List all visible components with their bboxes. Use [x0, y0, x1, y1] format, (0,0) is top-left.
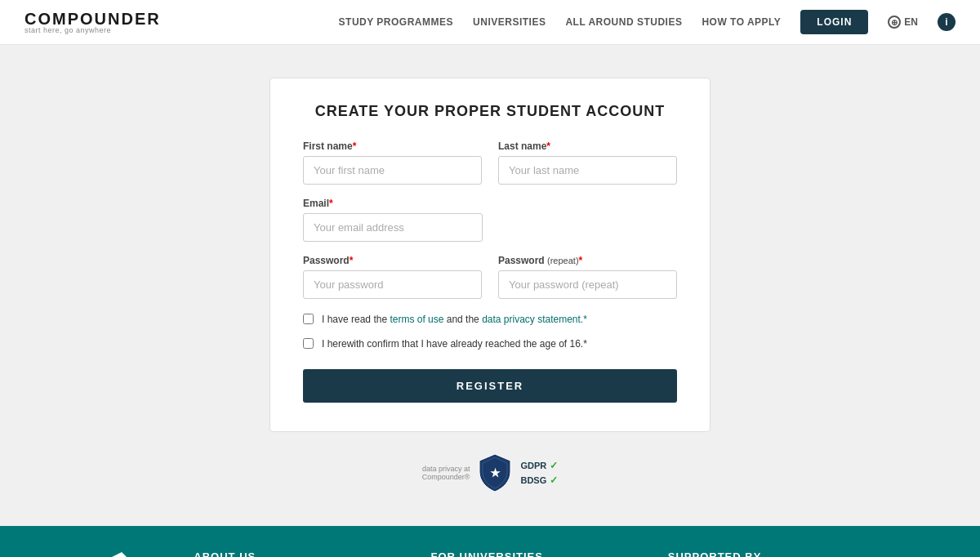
gdpr-label: GDPR ✓ — [520, 460, 558, 471]
bdsg-label: BDSG ✓ — [520, 475, 558, 486]
registration-card: CREATE YOUR PROPER STUDENT ACCOUNT First… — [270, 78, 710, 432]
footer-universities-title: FOR UNIVERSITIES — [431, 550, 635, 557]
gdpr-shield-icon: ★ — [478, 452, 512, 493]
footer-supported: SUPPORTED BY eXIST Existenzgründungenaus… — [668, 550, 872, 557]
main-nav: STUDY PROGRAMMES UNIVERSITIES ALL AROUND… — [339, 10, 956, 34]
register-button[interactable]: REGISTER — [303, 369, 677, 403]
gdpr-labels: GDPR ✓ BDSG ✓ — [520, 460, 558, 486]
email-group: Email* — [303, 198, 677, 242]
footer-universities: FOR UNIVERSITIES Information Contact FAQ — [431, 550, 635, 557]
form-title: CREATE YOUR PROPER STUDENT ACCOUNT — [303, 103, 677, 120]
age-label: I herewith confirm that I have already r… — [322, 336, 587, 351]
info-icon[interactable]: i — [938, 13, 956, 31]
password-repeat-input[interactable] — [498, 270, 677, 299]
bdsg-check-icon: ✓ — [550, 475, 558, 486]
globe-icon: ⊕ — [888, 16, 901, 29]
terms-label: I have read the terms of use and the dat… — [322, 312, 587, 327]
terms-of-use-link[interactable]: terms of use — [390, 314, 443, 325]
gdpr-check-icon: ✓ — [550, 460, 558, 471]
logo-main-text: COMPOUNDER — [24, 11, 161, 27]
terms-checkbox[interactable] — [303, 314, 314, 324]
password-row: Password* Password (repeat)* — [303, 255, 677, 299]
footer-about-title: ABOUT US — [194, 550, 398, 557]
password-repeat-label: Password (repeat)* — [498, 255, 677, 266]
age-checkbox[interactable] — [303, 338, 314, 349]
footer-about: ABOUT US About Compounder® FAQ Contact P… — [194, 550, 398, 557]
password-group: Password* — [303, 255, 482, 299]
first-name-group: First name* — [303, 140, 482, 185]
last-name-input[interactable] — [498, 156, 677, 185]
email-input[interactable] — [303, 213, 483, 242]
last-name-group: Last name* — [498, 140, 677, 185]
main-content: CREATE YOUR PROPER STUDENT ACCOUNT First… — [0, 45, 980, 526]
privacy-statement-link[interactable]: data privacy statement.* — [482, 314, 587, 325]
login-button[interactable]: LOGIN — [800, 10, 868, 34]
svg-text:★: ★ — [490, 466, 501, 479]
gdpr-text: data privacy at Compounder® — [422, 465, 470, 481]
terms-checkbox-row: I have read the terms of use and the dat… — [303, 312, 677, 327]
password-input[interactable] — [303, 270, 482, 299]
name-row: First name* Last name* — [303, 140, 677, 185]
first-name-input[interactable] — [303, 156, 482, 185]
footer-supported-title: SUPPORTED BY — [668, 550, 872, 557]
first-name-label: First name* — [303, 140, 482, 152]
header: COMPOUNDER start here, go anywhere STUDY… — [0, 0, 980, 45]
email-label: Email* — [303, 198, 677, 209]
footer-logo: C COMPOUNDER start here, go anywhere — [49, 550, 161, 557]
age-checkbox-row: I herewith confirm that I have already r… — [303, 336, 677, 351]
logo[interactable]: COMPOUNDER start here, go anywhere — [24, 11, 161, 34]
password-repeat-group: Password (repeat)* — [498, 255, 677, 299]
svg-text:C: C — [85, 554, 109, 557]
password-label: Password* — [303, 255, 482, 266]
nav-how-to-apply[interactable]: HOW TO APPLY — [702, 16, 781, 28]
nav-universities[interactable]: UNIVERSITIES — [473, 16, 546, 28]
logo-sub-text: start here, go anywhere — [24, 27, 161, 34]
language-selector[interactable]: ⊕ EN — [888, 16, 918, 29]
nav-study-programmes[interactable]: STUDY PROGRAMMES — [339, 16, 453, 28]
email-row: Email* — [303, 198, 677, 242]
footer: C COMPOUNDER start here, go anywhere ABO… — [0, 526, 980, 557]
nav-all-around-studies[interactable]: ALL AROUND STUDIES — [565, 16, 682, 28]
last-name-label: Last name* — [498, 140, 677, 152]
gdpr-badge: data privacy at Compounder® ★ GDPR ✓ BDS… — [422, 452, 558, 493]
footer-logo-icon: C — [81, 550, 130, 557]
lang-label: EN — [904, 16, 918, 28]
